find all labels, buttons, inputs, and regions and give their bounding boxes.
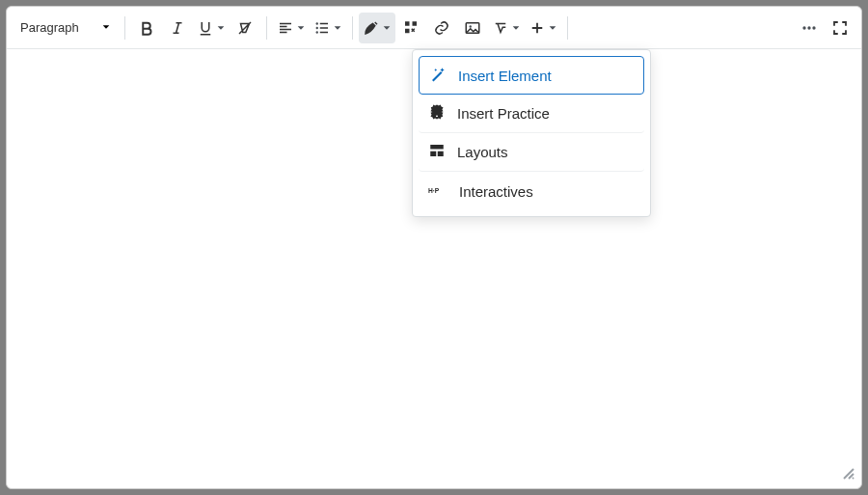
paragraph-group <box>273 7 346 48</box>
dropdown-item-label: Insert Practice <box>457 105 550 122</box>
svg-point-5 <box>802 26 805 29</box>
question-badge-icon <box>428 103 446 124</box>
svg-rect-10 <box>438 151 444 156</box>
svg-rect-9 <box>430 151 436 156</box>
chevron-down-icon <box>216 19 226 37</box>
fullscreen-button[interactable] <box>825 13 855 43</box>
chevron-down-icon <box>296 19 306 37</box>
dropdown-item-label: Interactives <box>459 183 533 200</box>
chevron-down-icon <box>382 19 392 37</box>
separator <box>352 16 353 40</box>
svg-point-7 <box>812 26 815 29</box>
paragraph-style-select[interactable]: Paragraph <box>13 13 119 43</box>
insert-quicklink-button[interactable] <box>395 13 426 43</box>
underline-button[interactable] <box>193 13 230 43</box>
text-format-group <box>131 7 260 48</box>
dropdown-item-label: Layouts <box>457 144 508 160</box>
bold-button[interactable] <box>131 13 162 43</box>
svg-point-4 <box>470 25 472 27</box>
align-button[interactable] <box>273 13 310 43</box>
chevron-down-icon <box>511 19 521 37</box>
dropdown-item-insert-practice[interactable]: Insert Practice <box>419 95 644 133</box>
clear-formatting-button[interactable] <box>230 13 260 43</box>
wand-icon <box>429 66 447 86</box>
layouts-icon <box>428 142 446 162</box>
insert-stuff-button[interactable] <box>359 13 395 43</box>
toolbar: Paragraph <box>7 7 861 49</box>
chevron-down-icon <box>548 19 557 37</box>
separator <box>567 16 568 40</box>
insert-group <box>359 7 561 48</box>
link-button[interactable] <box>426 13 457 43</box>
dropdown-item-layouts[interactable]: Layouts <box>419 133 644 172</box>
svg-rect-8 <box>430 145 444 150</box>
paragraph-style-label: Paragraph <box>20 20 79 35</box>
dropdown-item-insert-element[interactable]: Insert Element <box>419 56 644 95</box>
editor-frame: Paragraph <box>6 6 862 489</box>
more-actions-button[interactable] <box>794 13 825 43</box>
h5p-icon: H·P <box>428 183 448 200</box>
dropdown-item-label: Insert Element <box>458 68 552 84</box>
separator <box>266 16 267 40</box>
italic-button[interactable] <box>162 13 193 43</box>
image-button[interactable] <box>457 13 488 43</box>
chevron-down-icon <box>333 19 342 37</box>
svg-point-1 <box>316 26 318 28</box>
resize-grip-icon[interactable] <box>842 467 855 484</box>
dropdown-item-interactives[interactable]: H·P Interactives <box>419 172 644 210</box>
equation-button[interactable] <box>488 13 525 43</box>
insert-more-button[interactable] <box>525 13 561 43</box>
svg-point-6 <box>807 26 810 29</box>
svg-point-0 <box>316 22 318 24</box>
svg-text:H·P: H·P <box>428 186 440 193</box>
chevron-down-icon <box>101 20 111 35</box>
list-button[interactable] <box>310 13 346 43</box>
separator <box>124 16 125 40</box>
svg-point-2 <box>316 31 318 33</box>
insert-stuff-dropdown: Insert Element Insert Practice Layouts H… <box>412 49 651 217</box>
